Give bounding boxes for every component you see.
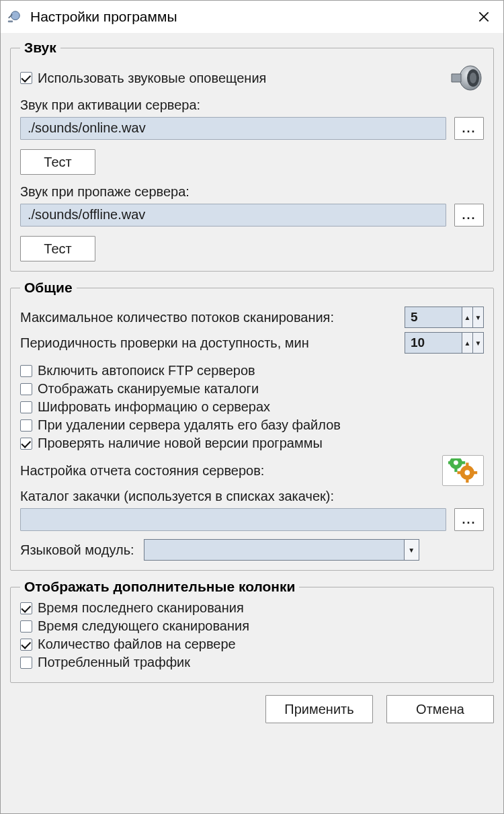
checkbox-icon — [20, 383, 32, 395]
svg-rect-9 — [462, 461, 465, 464]
close-button[interactable] — [467, 1, 501, 33]
svg-point-0 — [11, 11, 19, 20]
download-dir-browse-button[interactable]: ... — [454, 508, 484, 531]
report-cfg-button[interactable] — [442, 455, 484, 486]
on-activate-label: Звук при активации сервера: — [20, 97, 484, 113]
cancel-button[interactable]: Отмена — [386, 695, 494, 723]
checkbox-icon — [20, 639, 32, 651]
svg-rect-14 — [458, 471, 461, 474]
encrypt-checkbox[interactable]: Шифровать информацию о серверах — [20, 399, 484, 415]
svg-rect-12 — [466, 462, 468, 466]
speaker-icon — [446, 63, 484, 93]
checkbox-icon — [20, 419, 32, 432]
on-lost-label: Звук при пропаже сервера: — [20, 184, 484, 200]
general-group: Общие Максимальное количество потоков ск… — [10, 280, 494, 571]
sound-legend: Звук — [20, 40, 60, 56]
checkbox-icon — [20, 365, 32, 377]
on-lost-path-input[interactable]: ./sounds/offline.wav — [20, 204, 446, 227]
use-sounds-label: Использовать звуковые оповещения — [38, 71, 266, 86]
settings-window: Настройки программы Звук Использовать зв… — [0, 0, 504, 814]
columns-legend: Отображать дополнительные колонки — [20, 579, 299, 595]
gears-icon — [448, 458, 478, 483]
show-scanned-checkbox[interactable]: Отображать сканируемые каталоги — [20, 381, 484, 397]
spinner-up-icon[interactable]: ▲ — [462, 307, 473, 327]
max-threads-value: 5 — [405, 307, 462, 327]
sound-group: Звук Использовать звуковые оповещения — [10, 40, 494, 272]
on-activate-test-button[interactable]: Тест — [20, 149, 95, 175]
max-threads-label: Максимальное количество потоков сканиров… — [20, 310, 334, 325]
file-count-checkbox[interactable]: Количество файлов на сервере — [20, 637, 484, 652]
encrypt-label: Шифровать информацию о серверах — [38, 399, 270, 415]
checkbox-icon — [20, 602, 32, 614]
window-title: Настройки программы — [30, 9, 467, 25]
check-period-label: Периодичность проверки на доступность, м… — [20, 335, 309, 351]
on-activate-browse-button[interactable]: ... — [454, 117, 484, 140]
svg-rect-8 — [448, 461, 450, 464]
on-lost-test-button[interactable]: Тест — [20, 236, 95, 261]
last-scan-checkbox[interactable]: Время последнего сканирования — [20, 600, 484, 616]
svg-rect-1 — [8, 21, 13, 23]
lang-value — [144, 540, 404, 560]
use-sounds-checkbox[interactable]: Использовать звуковые оповещения — [20, 71, 266, 86]
delete-db-label: При удалении сервера удалять его базу фа… — [38, 417, 341, 433]
file-count-label: Количество файлов на сервере — [38, 637, 236, 652]
dialog-footer: Применить Отмена — [10, 695, 494, 723]
max-threads-spinner[interactable]: 5 ▲ ▼ — [405, 307, 484, 328]
checkbox-icon — [20, 438, 32, 450]
spinner-down-icon[interactable]: ▼ — [473, 333, 483, 353]
svg-point-10 — [454, 460, 458, 465]
apply-button[interactable]: Применить — [265, 695, 373, 723]
chevron-down-icon: ▼ — [404, 540, 419, 560]
svg-rect-7 — [454, 469, 457, 472]
auto-ftp-checkbox[interactable]: Включить автопоиск FTP серверов — [20, 363, 484, 378]
next-scan-label: Время следующего сканирования — [38, 618, 249, 634]
app-icon — [6, 9, 22, 25]
lang-label: Языковой модуль: — [20, 542, 134, 558]
titlebar: Настройки программы — [1, 1, 503, 33]
auto-ftp-label: Включить автопоиск FTP серверов — [38, 363, 255, 378]
on-lost-browse-button[interactable]: ... — [454, 204, 484, 227]
on-activate-path-input[interactable]: ./sounds/online.wav — [20, 117, 446, 140]
svg-rect-15 — [474, 471, 477, 474]
traffic-checkbox[interactable]: Потребленный траффик — [20, 655, 484, 670]
next-scan-checkbox[interactable]: Время следующего сканирования — [20, 618, 484, 634]
check-update-checkbox[interactable]: Проверять наличие новой версии программы — [20, 436, 484, 451]
svg-rect-13 — [466, 479, 468, 483]
last-scan-label: Время последнего сканирования — [38, 600, 244, 616]
traffic-label: Потребленный траффик — [38, 655, 190, 670]
client-area: Звук Использовать звуковые оповещения — [1, 33, 503, 813]
checkbox-icon — [20, 401, 32, 413]
checkbox-icon — [20, 72, 32, 84]
svg-point-4 — [470, 73, 476, 83]
lang-combobox[interactable]: ▼ — [144, 539, 419, 561]
general-legend: Общие — [20, 280, 77, 296]
check-update-label: Проверять наличие новой версии программы — [38, 436, 323, 451]
spinner-up-icon[interactable]: ▲ — [462, 333, 473, 353]
checkbox-icon — [20, 620, 32, 633]
checkbox-icon — [20, 657, 32, 669]
delete-db-checkbox[interactable]: При удалении сервера удалять его базу фа… — [20, 417, 484, 433]
download-dir-input[interactable] — [20, 508, 446, 531]
report-cfg-label: Настройка отчета состояния серверов: — [20, 463, 264, 479]
show-scanned-label: Отображать сканируемые каталоги — [38, 381, 259, 397]
download-dir-label: Каталог закачки (используется в списках … — [20, 489, 484, 504]
svg-point-16 — [465, 470, 470, 475]
check-period-spinner[interactable]: 10 ▲ ▼ — [405, 332, 484, 354]
columns-group: Отображать дополнительные колонки Время … — [10, 579, 494, 683]
check-period-value: 10 — [405, 333, 462, 353]
spinner-down-icon[interactable]: ▼ — [473, 307, 483, 327]
